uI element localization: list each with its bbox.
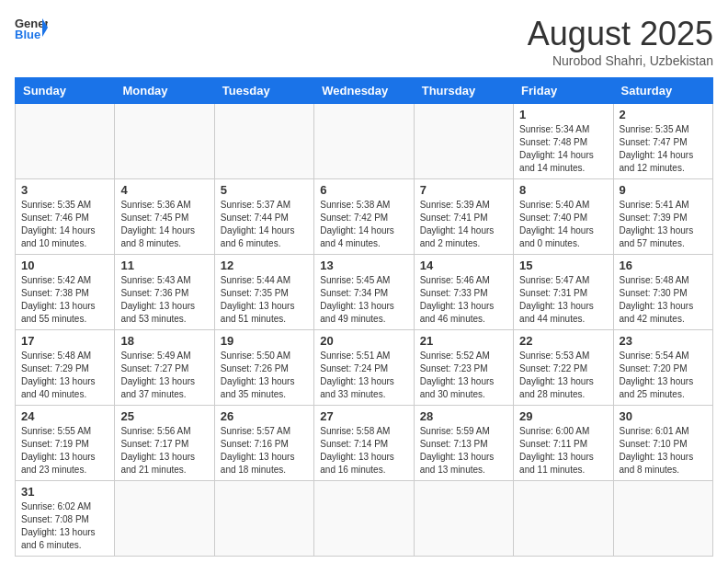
day-number: 11 — [120, 259, 208, 272]
day-number: 14 — [420, 259, 507, 272]
month-title: August 2025 — [528, 15, 713, 53]
calendar-header-friday: Friday — [514, 78, 613, 104]
calendar-cell: 19Sunrise: 5:50 AM Sunset: 7:26 PM Dayli… — [214, 330, 313, 406]
day-number: 7 — [420, 183, 507, 197]
calendar-week-row: 3Sunrise: 5:35 AM Sunset: 7:46 PM Daylig… — [16, 179, 713, 255]
calendar-cell: 4Sunrise: 5:36 AM Sunset: 7:45 PM Daylig… — [115, 179, 214, 255]
calendar-cell — [613, 481, 712, 557]
day-number: 3 — [21, 183, 108, 197]
calendar-week-row: 24Sunrise: 5:55 AM Sunset: 7:19 PM Dayli… — [16, 406, 713, 481]
location-subtitle: Nurobod Shahri, Uzbekistan — [528, 53, 713, 68]
day-info: Sunrise: 5:49 AM Sunset: 7:27 PM Dayligh… — [120, 350, 208, 401]
calendar-header-thursday: Thursday — [414, 78, 513, 104]
day-number: 29 — [519, 409, 607, 423]
calendar-cell: 16Sunrise: 5:48 AM Sunset: 7:30 PM Dayli… — [613, 255, 712, 330]
calendar-cell: 14Sunrise: 5:46 AM Sunset: 7:33 PM Dayli… — [414, 255, 513, 330]
calendar-week-row: 17Sunrise: 5:48 AM Sunset: 7:29 PM Dayli… — [16, 330, 713, 406]
day-info: Sunrise: 5:55 AM Sunset: 7:19 PM Dayligh… — [21, 425, 108, 477]
calendar-cell: 3Sunrise: 5:35 AM Sunset: 7:46 PM Daylig… — [16, 179, 115, 255]
day-info: Sunrise: 5:56 AM Sunset: 7:17 PM Dayligh… — [120, 425, 208, 477]
day-number: 19 — [221, 334, 308, 348]
day-info: Sunrise: 5:48 AM Sunset: 7:29 PM Dayligh… — [21, 350, 108, 401]
calendar-cell: 25Sunrise: 5:56 AM Sunset: 7:17 PM Dayli… — [115, 406, 214, 481]
day-info: Sunrise: 5:48 AM Sunset: 7:30 PM Dayligh… — [620, 274, 707, 326]
calendar-cell: 20Sunrise: 5:51 AM Sunset: 7:24 PM Dayli… — [314, 330, 414, 406]
calendar-cell — [16, 104, 115, 179]
calendar-cell: 17Sunrise: 5:48 AM Sunset: 7:29 PM Dayli… — [16, 330, 115, 406]
day-number: 13 — [320, 259, 407, 272]
day-number: 2 — [620, 108, 707, 121]
day-number: 4 — [120, 183, 208, 197]
day-number: 24 — [21, 409, 108, 423]
day-info: Sunrise: 5:46 AM Sunset: 7:33 PM Dayligh… — [420, 274, 507, 326]
day-number: 26 — [221, 409, 308, 423]
calendar-cell: 27Sunrise: 5:58 AM Sunset: 7:14 PM Dayli… — [314, 406, 414, 481]
calendar-cell: 11Sunrise: 5:43 AM Sunset: 7:36 PM Dayli… — [115, 255, 214, 330]
day-number: 8 — [519, 183, 607, 197]
calendar-cell — [314, 481, 414, 557]
day-info: Sunrise: 5:57 AM Sunset: 7:16 PM Dayligh… — [221, 425, 308, 477]
day-number: 20 — [320, 334, 407, 348]
calendar-cell: 13Sunrise: 5:45 AM Sunset: 7:34 PM Dayli… — [314, 255, 414, 330]
calendar-header-sunday: Sunday — [16, 78, 115, 104]
calendar-cell: 24Sunrise: 5:55 AM Sunset: 7:19 PM Dayli… — [16, 406, 115, 481]
calendar-table: SundayMondayTuesdayWednesdayThursdayFrid… — [15, 77, 713, 557]
calendar-header-tuesday: Tuesday — [214, 78, 313, 104]
calendar-cell — [115, 104, 214, 179]
day-number: 25 — [120, 409, 208, 423]
day-number: 21 — [420, 334, 507, 348]
day-info: Sunrise: 5:35 AM Sunset: 7:47 PM Dayligh… — [620, 123, 707, 175]
day-number: 16 — [620, 259, 707, 272]
day-number: 28 — [420, 409, 507, 423]
calendar-cell — [115, 481, 214, 557]
calendar-week-row: 31Sunrise: 6:02 AM Sunset: 7:08 PM Dayli… — [16, 481, 713, 557]
day-info: Sunrise: 5:39 AM Sunset: 7:41 PM Dayligh… — [420, 199, 507, 250]
calendar-cell: 18Sunrise: 5:49 AM Sunset: 7:27 PM Dayli… — [115, 330, 214, 406]
calendar-cell — [214, 104, 313, 179]
day-info: Sunrise: 5:58 AM Sunset: 7:14 PM Dayligh… — [320, 425, 407, 477]
page-header: General Blue August 2025 Nurobod Shahri,… — [15, 15, 713, 68]
day-number: 10 — [21, 259, 108, 272]
calendar-cell — [314, 104, 414, 179]
logo: General Blue — [15, 15, 48, 40]
day-info: Sunrise: 5:51 AM Sunset: 7:24 PM Dayligh… — [320, 350, 407, 401]
day-number: 17 — [21, 334, 108, 348]
calendar-cell: 29Sunrise: 6:00 AM Sunset: 7:11 PM Dayli… — [514, 406, 613, 481]
calendar-cell: 23Sunrise: 5:54 AM Sunset: 7:20 PM Dayli… — [613, 330, 712, 406]
day-number: 1 — [519, 108, 607, 121]
day-info: Sunrise: 5:50 AM Sunset: 7:26 PM Dayligh… — [221, 350, 308, 401]
calendar-header-monday: Monday — [115, 78, 214, 104]
day-info: Sunrise: 5:41 AM Sunset: 7:39 PM Dayligh… — [620, 199, 707, 250]
day-info: Sunrise: 5:40 AM Sunset: 7:40 PM Dayligh… — [519, 199, 607, 250]
day-number: 6 — [320, 183, 407, 197]
calendar-cell — [214, 481, 313, 557]
day-number: 18 — [120, 334, 208, 348]
calendar-cell: 10Sunrise: 5:42 AM Sunset: 7:38 PM Dayli… — [16, 255, 115, 330]
calendar-cell — [414, 481, 513, 557]
day-number: 23 — [620, 334, 707, 348]
day-info: Sunrise: 5:36 AM Sunset: 7:45 PM Dayligh… — [120, 199, 208, 250]
calendar-cell: 6Sunrise: 5:38 AM Sunset: 7:42 PM Daylig… — [314, 179, 414, 255]
day-info: Sunrise: 5:45 AM Sunset: 7:34 PM Dayligh… — [320, 274, 407, 326]
calendar-cell: 7Sunrise: 5:39 AM Sunset: 7:41 PM Daylig… — [414, 179, 513, 255]
calendar-header-saturday: Saturday — [613, 78, 712, 104]
day-number: 27 — [320, 409, 407, 423]
calendar-cell: 12Sunrise: 5:44 AM Sunset: 7:35 PM Dayli… — [214, 255, 313, 330]
calendar-cell: 1Sunrise: 5:34 AM Sunset: 7:48 PM Daylig… — [514, 104, 613, 179]
calendar-cell — [514, 481, 613, 557]
day-number: 15 — [519, 259, 607, 272]
calendar-cell: 26Sunrise: 5:57 AM Sunset: 7:16 PM Dayli… — [214, 406, 313, 481]
day-number: 9 — [620, 183, 707, 197]
title-area: August 2025 Nurobod Shahri, Uzbekistan — [528, 15, 713, 68]
calendar-cell — [414, 104, 513, 179]
calendar-cell: 28Sunrise: 5:59 AM Sunset: 7:13 PM Dayli… — [414, 406, 513, 481]
calendar-cell: 2Sunrise: 5:35 AM Sunset: 7:47 PM Daylig… — [613, 104, 712, 179]
calendar-week-row: 10Sunrise: 5:42 AM Sunset: 7:38 PM Dayli… — [16, 255, 713, 330]
calendar-week-row: 1Sunrise: 5:34 AM Sunset: 7:48 PM Daylig… — [16, 104, 713, 179]
calendar-header-wednesday: Wednesday — [314, 78, 414, 104]
logo-icon: General Blue — [15, 15, 48, 40]
day-info: Sunrise: 6:02 AM Sunset: 7:08 PM Dayligh… — [21, 500, 108, 552]
calendar-cell: 31Sunrise: 6:02 AM Sunset: 7:08 PM Dayli… — [16, 481, 115, 557]
day-info: Sunrise: 5:37 AM Sunset: 7:44 PM Dayligh… — [221, 199, 308, 250]
day-number: 5 — [221, 183, 308, 197]
